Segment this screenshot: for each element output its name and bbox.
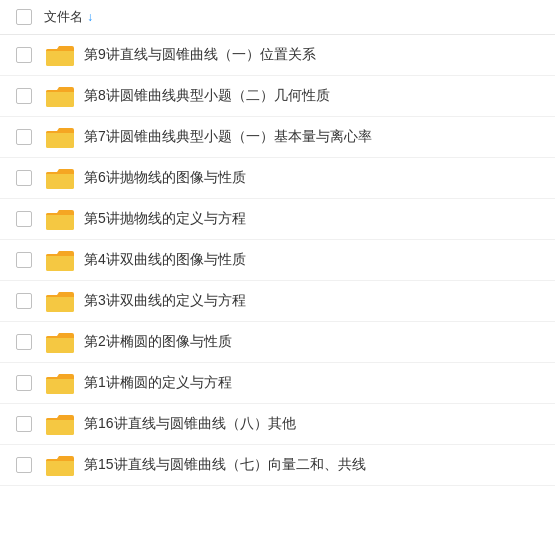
item-name: 第15讲直线与圆锥曲线（七）向量二和、共线 bbox=[84, 455, 366, 475]
item-checkbox[interactable] bbox=[16, 211, 32, 227]
filename-column-header[interactable]: 文件名 ↓ bbox=[44, 8, 93, 26]
folder-icon bbox=[46, 44, 74, 66]
item-name: 第9讲直线与圆锥曲线（一）位置关系 bbox=[84, 45, 316, 65]
svg-rect-17 bbox=[46, 379, 74, 394]
item-checkbox[interactable] bbox=[16, 88, 32, 104]
filename-label: 文件名 bbox=[44, 8, 83, 26]
folder-icon bbox=[46, 208, 74, 230]
item-checkbox[interactable] bbox=[16, 334, 32, 350]
item-name: 第5讲抛物线的定义与方程 bbox=[84, 209, 246, 229]
list-item[interactable]: 第15讲直线与圆锥曲线（七）向量二和、共线 bbox=[0, 445, 555, 486]
svg-rect-5 bbox=[46, 133, 74, 148]
list-item[interactable]: 第3讲双曲线的定义与方程 bbox=[0, 281, 555, 322]
item-name: 第2讲椭圆的图像与性质 bbox=[84, 332, 232, 352]
item-checkbox[interactable] bbox=[16, 416, 32, 432]
item-name: 第1讲椭圆的定义与方程 bbox=[84, 373, 232, 393]
item-checkbox[interactable] bbox=[16, 293, 32, 309]
item-checkbox[interactable] bbox=[16, 47, 32, 63]
item-checkbox[interactable] bbox=[16, 375, 32, 391]
svg-rect-13 bbox=[46, 297, 74, 312]
list-item[interactable]: 第16讲直线与圆锥曲线（八）其他 bbox=[0, 404, 555, 445]
item-name: 第8讲圆锥曲线典型小题（二）几何性质 bbox=[84, 86, 330, 106]
file-list: 第9讲直线与圆锥曲线（一）位置关系 第8讲圆锥曲线典型小题（二）几何性质 第7讲… bbox=[0, 35, 555, 486]
item-checkbox[interactable] bbox=[16, 457, 32, 473]
list-item[interactable]: 第8讲圆锥曲线典型小题（二）几何性质 bbox=[0, 76, 555, 117]
svg-rect-1 bbox=[46, 51, 74, 66]
item-checkbox[interactable] bbox=[16, 170, 32, 186]
list-item[interactable]: 第1讲椭圆的定义与方程 bbox=[0, 363, 555, 404]
svg-rect-15 bbox=[46, 338, 74, 353]
item-name: 第3讲双曲线的定义与方程 bbox=[84, 291, 246, 311]
item-checkbox[interactable] bbox=[16, 252, 32, 268]
item-name: 第4讲双曲线的图像与性质 bbox=[84, 250, 246, 270]
item-name: 第16讲直线与圆锥曲线（八）其他 bbox=[84, 414, 296, 434]
folder-icon bbox=[46, 454, 74, 476]
folder-icon bbox=[46, 331, 74, 353]
svg-rect-19 bbox=[46, 420, 74, 435]
list-item[interactable]: 第7讲圆锥曲线典型小题（一）基本量与离心率 bbox=[0, 117, 555, 158]
svg-rect-11 bbox=[46, 256, 74, 271]
item-name: 第6讲抛物线的图像与性质 bbox=[84, 168, 246, 188]
list-item[interactable]: 第2讲椭圆的图像与性质 bbox=[0, 322, 555, 363]
svg-rect-9 bbox=[46, 215, 74, 230]
list-item[interactable]: 第6讲抛物线的图像与性质 bbox=[0, 158, 555, 199]
folder-icon bbox=[46, 85, 74, 107]
folder-icon bbox=[46, 413, 74, 435]
list-item[interactable]: 第4讲双曲线的图像与性质 bbox=[0, 240, 555, 281]
folder-icon bbox=[46, 126, 74, 148]
list-item[interactable]: 第9讲直线与圆锥曲线（一）位置关系 bbox=[0, 35, 555, 76]
svg-rect-7 bbox=[46, 174, 74, 189]
list-item[interactable]: 第5讲抛物线的定义与方程 bbox=[0, 199, 555, 240]
sort-icon[interactable]: ↓ bbox=[87, 10, 93, 24]
folder-icon bbox=[46, 372, 74, 394]
folder-icon bbox=[46, 249, 74, 271]
table-header: 文件名 ↓ bbox=[0, 0, 555, 35]
folder-icon bbox=[46, 167, 74, 189]
folder-icon bbox=[46, 290, 74, 312]
svg-rect-3 bbox=[46, 92, 74, 107]
svg-rect-21 bbox=[46, 461, 74, 476]
item-name: 第7讲圆锥曲线典型小题（一）基本量与离心率 bbox=[84, 127, 372, 147]
item-checkbox[interactable] bbox=[16, 129, 32, 145]
select-all-checkbox[interactable] bbox=[16, 9, 32, 25]
